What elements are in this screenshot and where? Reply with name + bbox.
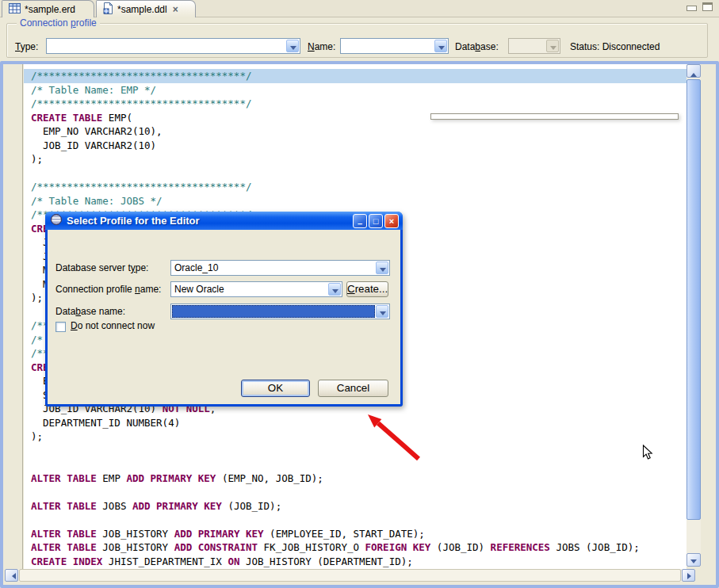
chevron-down-icon[interactable] bbox=[434, 40, 447, 52]
code-line[interactable]: /* Table Name: EMP */ bbox=[24, 83, 686, 97]
code-line[interactable]: CREATE INDEX JHIST_DEPARTMENT_IX ON JOB_… bbox=[24, 555, 686, 569]
scroll-down-icon[interactable] bbox=[686, 553, 701, 567]
code-line[interactable]: ALTER TABLE JOBS ADD PRIMARY KEY (JOB_ID… bbox=[24, 499, 686, 514]
vertical-scrollbar-thumb[interactable] bbox=[686, 79, 701, 520]
database-label: Database: bbox=[455, 41, 499, 52]
code-line[interactable]: EMP_NO VARCHAR2(10), bbox=[24, 124, 686, 139]
dialog-title: Select Profile for the Editor bbox=[67, 215, 351, 227]
tab-label: *sample.ddl bbox=[117, 4, 167, 15]
cancel-button[interactable]: Cancel bbox=[318, 380, 388, 397]
do-not-connect-label: Do not connect now bbox=[71, 320, 155, 331]
database-name-combo[interactable] bbox=[170, 304, 390, 319]
code-line[interactable] bbox=[24, 485, 686, 499]
vertical-scrollbar[interactable] bbox=[686, 64, 701, 567]
close-icon[interactable]: × bbox=[173, 4, 178, 15]
red-annotation-arrow bbox=[358, 408, 434, 470]
tab-label: *sample.erd bbox=[25, 4, 75, 15]
dialog-titlebar[interactable]: Select Profile for the Editor – □ × bbox=[45, 212, 403, 230]
name-combo[interactable] bbox=[340, 38, 449, 54]
table-icon bbox=[9, 3, 21, 16]
code-line[interactable]: /***********************************/ bbox=[24, 69, 686, 83]
code-line[interactable] bbox=[24, 457, 686, 472]
code-line[interactable]: ALTER TABLE JOB_HISTORY ADD CONSTRAINT F… bbox=[24, 540, 686, 555]
chevron-down-icon bbox=[546, 40, 559, 52]
annotation-ruler bbox=[3, 64, 23, 569]
dialog-maximize-icon[interactable]: □ bbox=[369, 214, 383, 228]
chevron-down-icon[interactable] bbox=[286, 40, 299, 52]
tab-sample-ddl[interactable]: *sample.ddl × bbox=[96, 0, 196, 17]
minimize-view-icon[interactable] bbox=[686, 6, 697, 11]
scroll-right-icon[interactable] bbox=[682, 569, 695, 582]
chevron-down-icon[interactable] bbox=[376, 305, 388, 318]
eclipse-ddl-editor-window: { "tabs": [ { "label": "*sample.erd", "i… bbox=[0, 0, 719, 588]
code-line[interactable] bbox=[24, 444, 686, 458]
code-line[interactable]: ); bbox=[24, 430, 686, 444]
do-not-connect-checkbox[interactable] bbox=[55, 322, 66, 332]
dialog-close-icon[interactable]: × bbox=[384, 214, 399, 228]
chevron-down-icon[interactable] bbox=[328, 283, 341, 296]
create-button[interactable]: Create... bbox=[346, 281, 388, 297]
tab-sample-erd[interactable]: *sample.erd bbox=[2, 0, 94, 17]
maximize-view-icon[interactable] bbox=[702, 2, 713, 11]
horizontal-scrollbar-thumb[interactable] bbox=[19, 569, 681, 582]
status-text: Status: Disconnected bbox=[570, 41, 660, 52]
connection-profile-panel: Connection profile Type: Name: Database:… bbox=[0, 17, 719, 61]
code-line[interactable]: ); bbox=[24, 152, 686, 166]
editor-tab-bar: *sample.erd *sample.ddl × bbox=[0, 0, 719, 17]
type-label: Type: bbox=[15, 41, 38, 52]
code-line[interactable] bbox=[24, 166, 686, 181]
dialog-minimize-icon[interactable]: – bbox=[353, 214, 367, 228]
ddl-file-icon bbox=[103, 2, 113, 17]
profile-name-combo[interactable]: New Oracle bbox=[170, 281, 342, 297]
selected-empty-value bbox=[172, 305, 375, 318]
server-type-combo[interactable]: Oracle_10 bbox=[170, 260, 390, 276]
code-line[interactable]: DEPARTMENT_ID NUMBER(4) bbox=[24, 416, 686, 430]
code-line[interactable]: /***********************************/ bbox=[24, 97, 686, 111]
code-line[interactable]: /* Table Name: JOBS */ bbox=[24, 194, 686, 208]
scroll-up-icon[interactable] bbox=[686, 64, 701, 78]
type-combo[interactable] bbox=[46, 38, 300, 54]
group-title: Connection profile bbox=[17, 17, 100, 29]
mouse-cursor-icon bbox=[642, 445, 654, 464]
editor-context-menu bbox=[430, 113, 679, 120]
name-label: Name: bbox=[308, 41, 335, 52]
code-line[interactable]: /***********************************/ bbox=[24, 180, 686, 194]
server-type-label: Database server type: bbox=[55, 262, 148, 273]
code-line[interactable] bbox=[24, 513, 686, 527]
chevron-down-icon[interactable] bbox=[376, 262, 388, 274]
code-line[interactable]: JOB_ID VARCHAR2(10) bbox=[24, 139, 686, 153]
eclipse-icon bbox=[50, 213, 63, 228]
horizontal-scrollbar[interactable] bbox=[5, 569, 695, 582]
database-name-label: Database name: bbox=[55, 306, 125, 317]
dialog-body: Database server type: Oracle_10 Connecti… bbox=[48, 230, 400, 404]
profile-name-label: Connection profile name: bbox=[55, 284, 161, 295]
connection-profile-group: Connection profile Type: Name: Database:… bbox=[6, 23, 708, 58]
code-line[interactable]: ALTER TABLE EMP ADD PRIMARY KEY (EMP_NO,… bbox=[24, 472, 686, 486]
code-line[interactable]: ALTER TABLE JOB_HISTORY ADD PRIMARY KEY … bbox=[24, 527, 686, 541]
database-combo bbox=[508, 38, 560, 54]
select-profile-dialog: Select Profile for the Editor – □ × Data… bbox=[45, 212, 403, 407]
scroll-left-icon[interactable] bbox=[5, 569, 18, 582]
ok-button[interactable]: OK bbox=[241, 380, 310, 397]
